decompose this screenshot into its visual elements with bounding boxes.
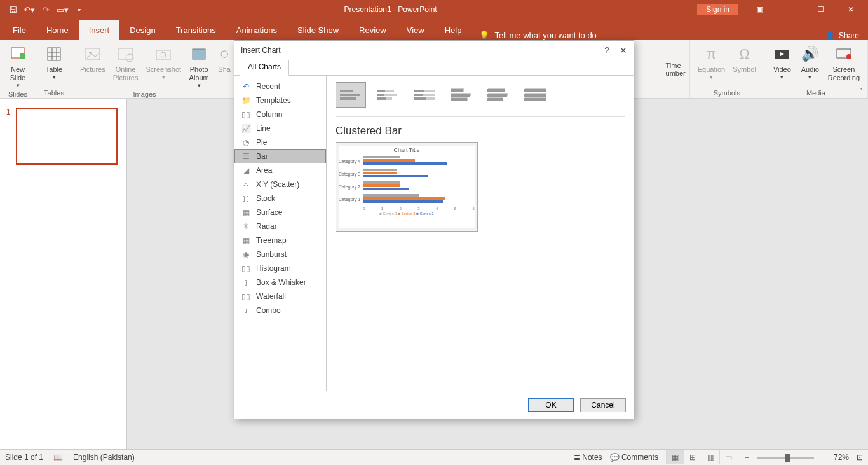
sunburst-icon: ◉	[241, 249, 251, 260]
save-icon[interactable]: 🖫	[8, 4, 18, 15]
subtype-row	[336, 82, 625, 117]
tab-animations[interactable]: Animations	[226, 20, 287, 40]
sign-in-button[interactable]: Sign in	[697, 4, 738, 15]
boxwhisker-icon: ⫿	[241, 277, 251, 288]
comments-button[interactable]: 💬 Comments	[610, 453, 658, 462]
cat-pie[interactable]: ◔Pie	[234, 135, 326, 149]
tab-slideshow[interactable]: Slide Show	[287, 20, 349, 40]
cat-stock[interactable]: ⫿⫿Stock	[234, 191, 326, 205]
cat-treemap[interactable]: ▦Treemap	[234, 233, 326, 247]
language-button[interactable]: English (Pakistan)	[73, 453, 135, 462]
audio-button[interactable]: 🔊Audio▾	[797, 43, 823, 82]
zoom-out-icon[interactable]: −	[745, 453, 749, 462]
tab-insert[interactable]: Insert	[79, 20, 120, 40]
equation-icon: π	[701, 44, 721, 64]
cat-scatter[interactable]: ∴X Y (Scatter)	[234, 177, 326, 191]
minimize-icon[interactable]: —	[775, 0, 804, 19]
subtype-3d-100-stacked-bar[interactable]	[520, 82, 550, 108]
close-icon[interactable]: ✕	[836, 0, 865, 19]
shapes-label-cut: Sha	[218, 66, 231, 74]
slide-thumbnail-1[interactable]	[16, 108, 118, 165]
photo-album-button[interactable]: Photo Album▾	[186, 43, 212, 90]
combo-icon: ⫾	[241, 305, 251, 316]
subtype-area: Clustered Bar Chart Title Category 4Cate…	[327, 76, 634, 391]
shapes-button-cut[interactable]: ◯Sha	[217, 43, 231, 75]
cat-templates[interactable]: 📁Templates	[234, 94, 326, 108]
zoom-in-icon[interactable]: +	[822, 453, 826, 462]
chart-preview[interactable]: Chart Title Category 4Category 3Category…	[336, 142, 478, 232]
new-slide-button[interactable]: New Slide▾	[5, 43, 31, 90]
subtype-clustered-bar[interactable]	[336, 82, 366, 108]
cat-waterfall[interactable]: ▯▯Waterfall	[234, 289, 326, 303]
undo-icon[interactable]: ↶▾	[24, 4, 34, 15]
title-bar: 🖫 ↶▾ ↷ ▭▾ ▾ Presentation1 - PowerPoint S…	[0, 0, 868, 19]
redo-icon[interactable]: ↷	[41, 4, 51, 15]
equation-button[interactable]: πEquation▾	[695, 43, 728, 82]
subtype-3d-stacked-bar[interactable]	[483, 82, 513, 108]
start-from-beginning-icon[interactable]: ▭▾	[57, 4, 67, 15]
tell-me[interactable]: 💡 Tell me what you want to do	[479, 31, 596, 40]
cat-histogram[interactable]: ▯▯Histogram	[234, 261, 326, 275]
cat-radar[interactable]: ✳Radar	[234, 219, 326, 233]
dialog-tab-all-charts[interactable]: All Charts	[240, 60, 289, 76]
zoom-thumb[interactable]	[785, 454, 790, 462]
cat-column[interactable]: ▯▯Column	[234, 108, 326, 121]
slidenumber-cut[interactable]: umber	[666, 69, 686, 77]
cat-combo[interactable]: ⫾Combo	[234, 303, 326, 317]
dialog-help-icon[interactable]: ?	[604, 45, 609, 55]
video-button[interactable]: Video▾	[770, 43, 795, 82]
pictures-button[interactable]: Pictures	[78, 43, 108, 75]
cat-area[interactable]: ◢Area	[234, 163, 326, 177]
tab-file[interactable]: File	[3, 20, 36, 40]
online-pictures-button[interactable]: Online Pictures	[111, 43, 141, 83]
new-slide-label: New Slide	[10, 66, 25, 82]
equation-label: Equation	[698, 66, 725, 74]
datetime-cut[interactable]: Time	[666, 62, 686, 69]
slide-count[interactable]: Slide 1 of 1	[5, 453, 43, 462]
notes-button[interactable]: ≣ Notes	[574, 453, 602, 462]
tab-transitions[interactable]: Transitions	[166, 20, 226, 40]
share-button[interactable]: Share	[839, 31, 859, 40]
photo-album-label: Photo Album	[189, 66, 209, 82]
dialog-titlebar[interactable]: Insert Chart ? ✕	[234, 41, 634, 60]
cat-surface[interactable]: ▦Surface	[234, 205, 326, 219]
status-right: ≣ Notes 💬 Comments ▦ ⊞ ▥ ▭ − + 72% ⊡	[574, 450, 863, 464]
zoom-level[interactable]: 72%	[834, 453, 849, 462]
dialog-close-icon[interactable]: ✕	[620, 45, 627, 55]
cat-boxwhisker[interactable]: ⫿Box & Whisker	[234, 275, 326, 289]
subtype-stacked-bar[interactable]	[372, 82, 403, 108]
cancel-button[interactable]: Cancel	[580, 398, 626, 412]
thumb-row[interactable]: 1	[6, 108, 120, 165]
tab-home[interactable]: Home	[36, 20, 79, 40]
cat-sunburst[interactable]: ◉Sunburst	[234, 247, 326, 261]
ok-button[interactable]: OK	[528, 398, 574, 412]
maximize-icon[interactable]: ☐	[806, 0, 835, 19]
screenshot-button[interactable]: Screenshot▾	[144, 43, 184, 82]
subtype-100-stacked-bar[interactable]	[409, 82, 440, 108]
tab-help[interactable]: Help	[435, 20, 472, 40]
reading-view-icon[interactable]: ▥	[702, 450, 719, 464]
zoom-slider[interactable]	[757, 457, 814, 459]
fit-to-window-icon[interactable]: ⊡	[857, 453, 863, 462]
subtype-3d-clustered-bar[interactable]	[446, 82, 477, 108]
screen-recording-button[interactable]: Screen Recording	[825, 43, 862, 83]
cat-recent[interactable]: ↶Recent	[234, 80, 326, 94]
group-media: Video▾ 🔊Audio▾ Screen Recording Media	[764, 40, 868, 98]
slide-sorter-icon[interactable]: ⊞	[684, 450, 702, 464]
spellcheck-icon[interactable]: 📖	[53, 453, 63, 462]
collapse-ribbon-icon[interactable]: ˄	[859, 87, 863, 95]
ribbon-display-options-icon[interactable]: ▣	[745, 0, 774, 19]
tab-design[interactable]: Design	[119, 20, 165, 40]
table-button[interactable]: Table▾	[41, 43, 67, 82]
symbol-button[interactable]: ΩSymbol	[730, 43, 759, 75]
cat-line[interactable]: 📈Line	[234, 121, 326, 135]
dialog-footer: OK Cancel	[234, 391, 634, 419]
tab-view[interactable]: View	[397, 20, 435, 40]
slideshow-view-icon[interactable]: ▭	[719, 450, 737, 464]
tab-review[interactable]: Review	[349, 20, 397, 40]
cat-bar[interactable]: ☰Bar	[234, 149, 326, 163]
cat-label: Stock	[256, 194, 275, 203]
qat-customize-icon[interactable]: ▾	[74, 4, 84, 15]
normal-view-icon[interactable]: ▦	[666, 450, 684, 464]
table-icon	[44, 44, 64, 64]
